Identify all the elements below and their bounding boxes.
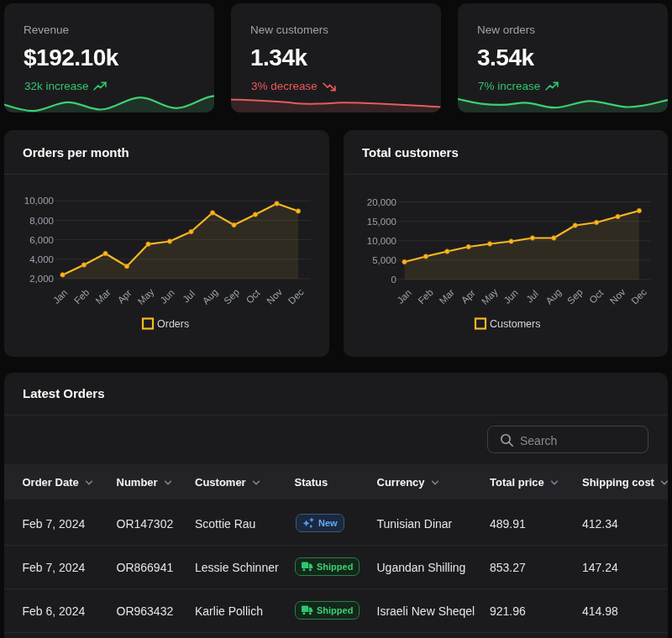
- svg-text:Jun: Jun: [158, 287, 176, 306]
- svg-text:Feb: Feb: [416, 287, 435, 306]
- svg-text:Aug: Aug: [543, 287, 563, 306]
- svg-text:Mar: Mar: [438, 287, 457, 306]
- svg-text:20,000: 20,000: [367, 197, 396, 207]
- svg-text:Jan: Jan: [395, 287, 413, 306]
- svg-text:2,000: 2,000: [29, 274, 54, 284]
- svg-text:May: May: [480, 286, 500, 306]
- svg-text:10,000: 10,000: [24, 196, 54, 206]
- svg-text:Apr: Apr: [116, 287, 134, 305]
- svg-text:Nov: Nov: [608, 287, 627, 306]
- svg-text:Apr: Apr: [459, 287, 477, 305]
- svg-text:5,000: 5,000: [372, 255, 396, 265]
- svg-text:Aug: Aug: [201, 287, 220, 306]
- svg-text:Jun: Jun: [501, 287, 520, 306]
- svg-text:Nov: Nov: [265, 287, 284, 306]
- svg-text:May: May: [136, 286, 156, 306]
- svg-text:15,000: 15,000: [367, 217, 396, 227]
- svg-text:Jul: Jul: [524, 289, 540, 305]
- svg-text:Feb: Feb: [72, 287, 92, 306]
- svg-text:Sep: Sep: [565, 287, 585, 306]
- svg-text:4,000: 4,000: [29, 254, 54, 264]
- svg-text:8,000: 8,000: [29, 216, 54, 226]
- svg-text:Orders: Orders: [157, 318, 189, 330]
- svg-text:Oct: Oct: [587, 287, 606, 306]
- svg-text:Customers: Customers: [490, 318, 540, 330]
- svg-text:Oct: Oct: [244, 287, 263, 306]
- svg-text:6,000: 6,000: [29, 235, 54, 245]
- svg-text:10,000: 10,000: [367, 236, 396, 246]
- svg-text:Dec: Dec: [286, 287, 306, 306]
- svg-text:0: 0: [391, 275, 396, 285]
- svg-text:Jan: Jan: [51, 287, 70, 306]
- svg-text:Mar: Mar: [93, 287, 113, 306]
- svg-text:Dec: Dec: [629, 287, 648, 306]
- svg-text:Jul: Jul: [181, 289, 197, 305]
- svg-text:Sep: Sep: [222, 287, 241, 306]
